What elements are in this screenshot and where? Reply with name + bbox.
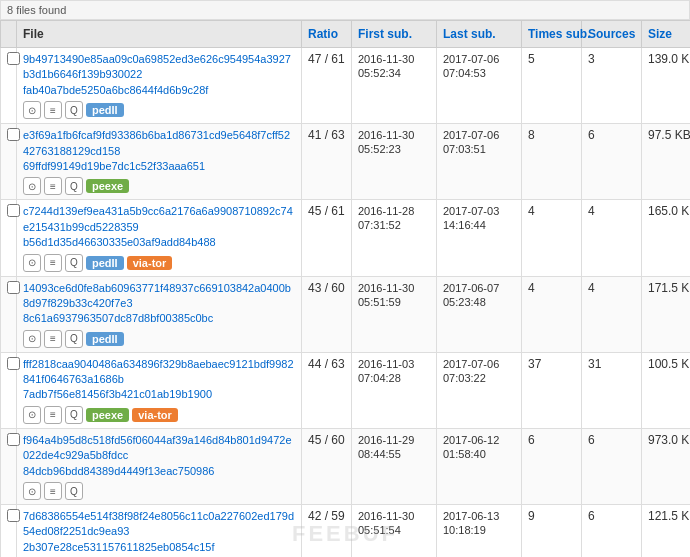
col-timessub-header[interactable]: Times sub. [522, 21, 582, 48]
file-hash-link[interactable]: fff2818caa9040486a634896f329b8aebaec9121… [23, 357, 295, 388]
lastsub-cell: 2017-06-1201:58:40 [437, 428, 522, 504]
row-checkbox[interactable] [7, 204, 20, 217]
tag-label[interactable]: pedII [86, 332, 124, 346]
firstsub-cell: 2016-11-3005:51:54 [352, 505, 437, 557]
icon-button[interactable]: Q [65, 177, 83, 195]
table-row: c7244d139ef9ea431a5b9cc6a2176a6a99087108… [1, 200, 691, 276]
row-checkbox[interactable] [7, 357, 20, 370]
file-cell: 9b49713490e85aa09c0a69852ed3e626c954954a… [17, 48, 302, 124]
file-hash-link2[interactable]: fab40a7bde5250a6bc8644f4d6b9c28f [23, 83, 295, 98]
file-cell: 14093ce6d0fe8ab60963771f48937c669103842a… [17, 276, 302, 352]
row-checkbox[interactable] [7, 281, 20, 294]
firstsub-cell: 2016-11-3005:52:23 [352, 124, 437, 200]
file-cell: fff2818caa9040486a634896f329b8aebaec9121… [17, 352, 302, 428]
icon-button[interactable]: ≡ [44, 254, 62, 272]
file-hash-link[interactable]: f964a4b95d8c518fd56f06044af39a146d84b801… [23, 433, 295, 464]
tag-label[interactable]: pedII [86, 256, 124, 270]
row-checkbox-cell [1, 505, 17, 557]
ratio-cell: 45 / 60 [302, 428, 352, 504]
file-cell: f964a4b95d8c518fd56f06044af39a146d84b801… [17, 428, 302, 504]
lastsub-cell: 2017-06-1310:18:19 [437, 505, 522, 557]
lastsub-cell: 2017-07-0607:03:22 [437, 352, 522, 428]
row-checkbox[interactable] [7, 128, 20, 141]
firstsub-date: 2016-11-3005:51:54 [358, 510, 414, 536]
icon-button[interactable]: ⊙ [23, 406, 41, 424]
file-hash-link[interactable]: 14093ce6d0fe8ab60963771f48937c669103842a… [23, 281, 295, 312]
icon-button[interactable]: ⊙ [23, 482, 41, 500]
file-hash-link2[interactable]: 69ffdf99149d19be7dc1c52f33aaa651 [23, 159, 295, 174]
col-firstsub-header[interactable]: First sub. [352, 21, 437, 48]
table-header-row: File Ratio First sub. Last sub. Times su… [1, 21, 691, 48]
timessub-cell: 37 [522, 352, 582, 428]
icon-button[interactable]: ≡ [44, 101, 62, 119]
col-sources-header[interactable]: Sources [582, 21, 642, 48]
tag-label[interactable]: peexe [86, 408, 129, 422]
table-row: 14093ce6d0fe8ab60963771f48937c669103842a… [1, 276, 691, 352]
icon-button[interactable]: ⊙ [23, 254, 41, 272]
ratio-cell: 45 / 61 [302, 200, 352, 276]
lastsub-date: 2017-07-0607:03:22 [443, 358, 499, 384]
sources-cell: 31 [582, 352, 642, 428]
file-cell: 7d68386554e514f38f98f24e8056c11c0a227602… [17, 505, 302, 557]
col-checkbox [1, 21, 17, 48]
icon-button[interactable]: Q [65, 406, 83, 424]
sources-cell: 4 [582, 200, 642, 276]
lastsub-cell: 2017-07-0607:04:53 [437, 48, 522, 124]
icon-button[interactable]: ≡ [44, 330, 62, 348]
size-cell: 121.5 KB [642, 505, 691, 557]
icon-button[interactable]: ⊙ [23, 330, 41, 348]
sources-cell: 6 [582, 505, 642, 557]
firstsub-date: 2016-11-3005:52:34 [358, 53, 414, 79]
icon-button[interactable]: Q [65, 101, 83, 119]
icon-button[interactable]: Q [65, 482, 83, 500]
icon-button[interactable]: Q [65, 254, 83, 272]
icon-button[interactable]: ⊙ [23, 101, 41, 119]
tag-label[interactable]: pedII [86, 103, 124, 117]
timessub-cell: 4 [522, 200, 582, 276]
table-body: 9b49713490e85aa09c0a69852ed3e626c954954a… [1, 48, 691, 558]
icon-button[interactable]: ⊙ [23, 177, 41, 195]
tag-label[interactable]: via-tor [132, 408, 178, 422]
table-row: e3f69a1fb6fcaf9fd93386b6ba1d86731cd9e564… [1, 124, 691, 200]
firstsub-cell: 2016-11-2807:31:52 [352, 200, 437, 276]
firstsub-date: 2016-11-3005:52:23 [358, 129, 414, 155]
size-cell: 97.5 KB [642, 124, 691, 200]
row-checkbox-cell [1, 48, 17, 124]
tags-container: ⊙≡QpedII [23, 101, 295, 119]
file-hash-link2[interactable]: 2b307e28ce531157611825eb0854c15f [23, 540, 295, 555]
file-hash-link2[interactable]: 84dcb96bdd84389d4449f13eac750986 [23, 464, 295, 479]
lastsub-date: 2017-07-0607:03:51 [443, 129, 499, 155]
icon-button[interactable]: ≡ [44, 177, 62, 195]
icon-button[interactable]: Q [65, 330, 83, 348]
icon-button[interactable]: ≡ [44, 406, 62, 424]
sources-cell: 4 [582, 276, 642, 352]
sources-cell: 3 [582, 48, 642, 124]
tag-label[interactable]: peexe [86, 179, 129, 193]
row-checkbox[interactable] [7, 52, 20, 65]
firstsub-cell: 2016-11-2908:44:55 [352, 428, 437, 504]
icon-button[interactable]: ≡ [44, 482, 62, 500]
file-hash-link2[interactable]: b56d1d35d46630335e03af9add84b488 [23, 235, 295, 250]
tag-label[interactable]: via-tor [127, 256, 173, 270]
status-text: 8 files found [7, 4, 66, 16]
col-lastsub-header[interactable]: Last sub. [437, 21, 522, 48]
firstsub-cell: 2016-11-0307:04:28 [352, 352, 437, 428]
file-hash-link2[interactable]: 8c61a6937963507dc87d8bf00385c0bc [23, 311, 295, 326]
row-checkbox-cell [1, 276, 17, 352]
sources-cell: 6 [582, 428, 642, 504]
row-checkbox-cell [1, 124, 17, 200]
row-checkbox[interactable] [7, 433, 20, 446]
file-hash-link[interactable]: 7d68386554e514f38f98f24e8056c11c0a227602… [23, 509, 295, 540]
tags-container: ⊙≡QpedII [23, 330, 295, 348]
ratio-cell: 41 / 63 [302, 124, 352, 200]
col-size-header[interactable]: Size [642, 21, 691, 48]
size-cell: 165.0 KB [642, 200, 691, 276]
file-hash-link2[interactable]: 7adb7f56e81456f3b421c01ab19b1900 [23, 387, 295, 402]
firstsub-date: 2016-11-2807:31:52 [358, 205, 414, 231]
col-ratio-header[interactable]: Ratio [302, 21, 352, 48]
file-hash-link[interactable]: e3f69a1fb6fcaf9fd93386b6ba1d86731cd9e564… [23, 128, 295, 159]
file-hash-link[interactable]: c7244d139ef9ea431a5b9cc6a2176a6a99087108… [23, 204, 295, 235]
file-hash-link[interactable]: 9b49713490e85aa09c0a69852ed3e626c954954a… [23, 52, 295, 83]
row-checkbox[interactable] [7, 509, 20, 522]
col-file-header[interactable]: File [17, 21, 302, 48]
